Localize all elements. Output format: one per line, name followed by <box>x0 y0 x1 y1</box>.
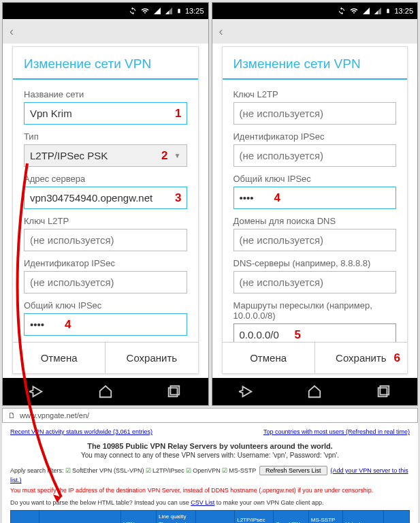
signal-icon-2 <box>165 7 173 15</box>
annotation-2: 2 <box>161 149 167 163</box>
label-vpn-type: Тип <box>24 131 187 142</box>
col-operator: Volunteer operator's name (+ Operator's … <box>343 511 383 523</box>
battery-icon <box>176 6 182 16</box>
nav-back-icon[interactable] <box>29 384 44 399</box>
link-recent-activity[interactable]: Recent VPN activity status worldwide (3,… <box>10 428 152 435</box>
col-country: Country (Physical location) <box>11 511 39 523</box>
url-bar[interactable]: 🗋 www.vpngate.net/en/ <box>2 408 418 423</box>
battery-icon <box>385 6 391 16</box>
input-ipsec-shared[interactable] <box>24 313 187 336</box>
label-ipsec-id: Идентификатор IPSec <box>233 131 397 142</box>
filters-label: Apply search filters: <box>10 467 64 474</box>
col-ddns: DDNS hostname IP Address (ISP hostname) <box>39 511 121 523</box>
input-l2tp-key[interactable] <box>233 102 397 125</box>
vpn-edit-dialog: Изменение сети VPN Ключ L2TP Идентификат… <box>222 46 408 374</box>
nav-home-icon[interactable] <box>98 384 113 399</box>
warning-text: You must specify the IP address of the d… <box>10 487 373 494</box>
col-quality: Line quality Throughput and Ping Cumulat… <box>157 511 196 523</box>
csv-list-link[interactable]: CSV List <box>191 499 214 506</box>
input-routes[interactable] <box>233 323 397 342</box>
checkbox-icon[interactable]: ☑ <box>222 467 227 474</box>
label-ipsec-shared: Общий ключ IPSec <box>24 300 187 311</box>
label-l2tp-key: Ключ L2TP <box>24 216 187 226</box>
nav-home-icon[interactable] <box>307 384 322 399</box>
dialog-title: Изменение сети VPN <box>223 47 408 80</box>
checkbox-icon[interactable]: ☑ <box>186 467 191 474</box>
browser-window: 🗋 www.vpngate.net/en/ Recent VPN activit… <box>2 408 418 523</box>
sync-icon <box>129 7 137 15</box>
input-server-addr[interactable] <box>24 187 187 209</box>
globe-icon: 🗋 <box>8 411 16 419</box>
nav-recent-icon[interactable] <box>166 384 181 399</box>
label-vpn-name: Название сети <box>24 89 187 99</box>
servers-headline: The 10985 Public VPN Relay Servers by vo… <box>10 442 410 450</box>
col-sslvpn: SSL-VPN Windows (comfortable) <box>195 511 234 523</box>
input-l2tp-key[interactable] <box>24 229 187 251</box>
save-button[interactable]: Сохранить6 <box>314 343 407 373</box>
input-ipsec-shared[interactable] <box>233 187 397 209</box>
nav-bar <box>3 378 208 405</box>
annotation-3: 3 <box>175 191 181 205</box>
label-ipsec-shared: Общий ключ IPSec <box>233 174 397 184</box>
cancel-button[interactable]: Отмена <box>13 343 105 373</box>
back-chevron-icon[interactable]: ‹ <box>219 25 223 39</box>
cancel-button[interactable]: Отмена <box>223 343 314 373</box>
annotation-6: 6 <box>394 351 400 365</box>
col-openvpn: OpenVPN Windows, Mac, iPhone, Android <box>274 511 309 523</box>
nav-recent-icon[interactable] <box>376 384 391 399</box>
action-bar: ‹ <box>212 19 418 44</box>
input-dns-search[interactable] <box>233 229 397 251</box>
vpn-edit-dialog: Изменение сети VPN Название сети 1 Тип L… <box>12 46 199 374</box>
label-dns-search: Домены для поиска DNS <box>233 216 397 226</box>
checkbox-icon[interactable]: ☑ <box>65 467 71 474</box>
input-vpn-name[interactable] <box>24 102 187 125</box>
annotation-4: 4 <box>65 318 71 332</box>
status-time: 13:25 <box>185 7 204 15</box>
status-bar: 13:25 <box>3 3 208 19</box>
input-ipsec-id[interactable] <box>24 271 187 294</box>
wifi-icon <box>349 7 359 15</box>
phone-left: 13:25 ‹ Изменение сети VPN Название сети… <box>2 2 209 406</box>
signal-icon-2 <box>374 7 382 15</box>
phone-right: 13:25 ‹ Изменение сети VPN Ключ L2TP Иде… <box>212 2 419 406</box>
save-button[interactable]: Сохранить <box>105 343 197 373</box>
annotation-5: 5 <box>295 328 301 342</box>
dialog-title: Изменение сети VPN <box>13 47 198 80</box>
wifi-icon <box>140 7 150 15</box>
label-dns-servers: DNS-серверы (например, 8.8.8.8) <box>233 258 397 268</box>
checkbox-icon[interactable]: ☑ <box>146 467 151 474</box>
annotation-4: 4 <box>274 191 280 205</box>
link-top-countries[interactable]: Top countries with most users (Refreshed… <box>263 428 410 435</box>
input-ipsec-id[interactable] <box>233 144 397 167</box>
annotation-1: 1 <box>175 107 181 121</box>
nav-bar <box>212 378 418 405</box>
back-chevron-icon[interactable]: ‹ <box>10 25 14 39</box>
status-time: 13:25 <box>394 7 413 15</box>
status-bar: 13:25 <box>212 3 418 19</box>
col-sstp: MS-SSTP Windows Vista, 7, 8, RT No clien… <box>308 511 343 523</box>
col-l2tp: L2TP/IPsec Windows, Mac, iPhone, Android… <box>235 511 274 523</box>
signal-icon <box>153 7 161 15</box>
col-sessions: VPN sessions Uptime Cumulative users <box>121 511 157 523</box>
label-l2tp-key: Ключ L2TP <box>233 89 397 99</box>
sync-icon <box>338 7 346 15</box>
refresh-servers-button[interactable]: Refresh Servers List <box>259 466 327 475</box>
label-ipsec-id: Идентификатор IPSec <box>24 258 187 268</box>
action-bar: ‹ <box>3 19 208 44</box>
dropdown-triangle-icon: ▼ <box>174 152 181 159</box>
signal-icon <box>362 7 370 15</box>
url-text: www.vpngate.net/en/ <box>20 411 89 419</box>
nav-back-icon[interactable] <box>239 384 254 399</box>
label-routes: Маршруты пересылки (например, 10.0.0.0/8… <box>233 300 397 321</box>
servers-subline: You may connect to any of these VPN serv… <box>10 451 410 459</box>
input-dns-servers[interactable] <box>233 271 397 294</box>
server-table: Country (Physical location) DDNS hostnam… <box>10 510 410 523</box>
col-score: Score (Quality) <box>383 511 409 523</box>
label-server-addr: Адрес сервера <box>24 174 187 184</box>
